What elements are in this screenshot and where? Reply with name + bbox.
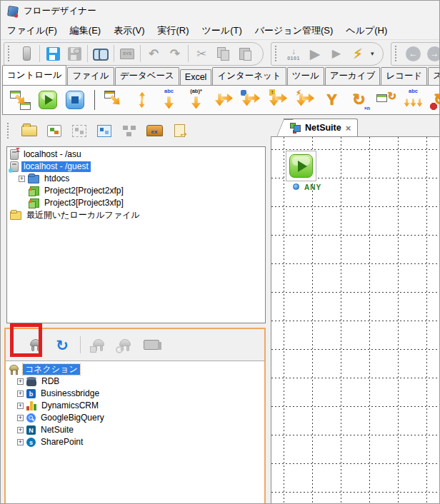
tree-row-project2[interactable]: Project2[Project2xfp] [7, 185, 265, 197]
string-operation-button[interactable]: abc [157, 88, 181, 112]
toolbar-grip[interactable] [8, 46, 11, 61]
relation-view-button[interactable] [119, 121, 139, 141]
tab-tools[interactable]: ツール [287, 67, 324, 85]
project-icon [29, 198, 39, 208]
tab-archive[interactable]: アーカイブ [325, 67, 381, 85]
tab-record[interactable]: レコード [381, 67, 427, 85]
window-title: フローデザイナー [24, 5, 96, 17]
quick-run-dropdown[interactable]: ▾ [371, 50, 374, 57]
new-connection-button[interactable] [26, 335, 46, 355]
save-button[interactable] [43, 44, 63, 64]
copy-button[interactable] [213, 44, 233, 64]
loop-button[interactable]: ↻×n [347, 88, 371, 112]
save-with-comment-button[interactable] [64, 44, 84, 64]
updown-button[interactable] [130, 88, 154, 112]
expand-toggle[interactable]: + [17, 427, 24, 433]
expand-toggle[interactable]: + [17, 403, 24, 409]
save-connection-button[interactable] [89, 335, 109, 355]
toolbar-grip[interactable] [7, 123, 11, 138]
binoculars-icon [93, 49, 109, 59]
tree-row-localhost-guest[interactable]: localhost - /guest [7, 161, 265, 173]
priority-branch-button[interactable]: ↑ [266, 88, 289, 112]
new-project-button[interactable] [44, 121, 64, 141]
tree-row-sharepoint[interactable]: + s SharePoint [6, 436, 264, 448]
component-branch-button[interactable] [239, 88, 262, 112]
examples-button[interactable]: ex [144, 121, 164, 141]
menu-version-control[interactable]: バージョン管理(S) [249, 21, 340, 40]
toolbar-grip[interactable] [395, 46, 399, 61]
start-node-port[interactable] [293, 183, 299, 190]
connection-panel: ↻ コネクション + RDB + b Businessbr [4, 328, 266, 504]
tab-internet[interactable]: インターネット [212, 67, 286, 85]
updown-icon [139, 92, 145, 108]
redo-button[interactable]: ↷ [165, 44, 185, 64]
tree-row-dynamicscrm[interactable]: + DynamicsCRM [6, 400, 264, 412]
import-flow-button[interactable] [94, 121, 114, 141]
mapper-button[interactable] [9, 88, 32, 112]
quick-run-button[interactable]: ⚡ [348, 44, 368, 64]
exception-branch-button[interactable]: ⚡ [293, 88, 316, 112]
tab-stream[interactable]: ストリーム [428, 67, 440, 85]
variable-mapper-button[interactable] [103, 88, 126, 112]
start-button[interactable] [36, 88, 59, 112]
start-node[interactable] [286, 151, 316, 181]
paste-flow-button[interactable] [69, 121, 89, 141]
menu-edit[interactable]: 編集(E) [64, 21, 107, 40]
menu-tools[interactable]: ツール(T) [196, 21, 249, 40]
toolbar-grip[interactable] [12, 337, 16, 353]
paste-button[interactable] [234, 44, 254, 64]
deploy-button[interactable]: ↓ 0101 [284, 44, 304, 64]
local-file-button[interactable] [169, 121, 189, 141]
tree-row-project3[interactable]: Project3[Project3xfp] [7, 197, 265, 209]
debug-run-button[interactable]: ▶ [326, 44, 346, 64]
expand-toggle[interactable]: + [17, 415, 24, 421]
toolbar-grip[interactable] [275, 46, 279, 61]
run-button[interactable]: ▶ [305, 44, 325, 64]
close-tab-icon[interactable]: × [346, 123, 351, 133]
flow-canvas[interactable]: ANY [271, 136, 440, 504]
break-loop-button[interactable]: ↻ [429, 88, 440, 112]
tree-row-businessbridge[interactable]: + b Businessbridge [6, 388, 264, 400]
flow-tab-netsuite[interactable]: NetSuite × [284, 119, 358, 136]
tree-row-localhost-asu[interactable]: localhost - /asu [7, 148, 265, 161]
table-loop-button[interactable]: ↻ [374, 88, 398, 112]
tree-row-connections-root[interactable]: コネクション [6, 363, 264, 376]
relation-view-icon [122, 125, 136, 137]
menu-view[interactable]: 表示(V) [107, 21, 151, 40]
cut-button[interactable]: ✂ [191, 44, 211, 64]
merge-button[interactable]: Y [320, 88, 344, 112]
expand-toggle[interactable]: + [17, 378, 24, 385]
tab-control[interactable]: コントロール [2, 65, 66, 85]
undo-button[interactable]: ↶ [144, 44, 164, 64]
tree-row-rdb[interactable]: + RDB [6, 376, 264, 388]
disable-connection-button[interactable] [115, 335, 135, 355]
regex-operation-button[interactable]: (ab)* [184, 88, 208, 112]
tab-database[interactable]: データベース [115, 67, 179, 85]
server-tree-panel: localhost - /asu localhost - /guest + ht… [6, 146, 266, 323]
menu-file[interactable]: ファイル(F) [1, 21, 64, 40]
tree-row-htdocs[interactable]: + htdocs [7, 173, 265, 185]
expand-toggle[interactable]: + [19, 176, 25, 182]
server-icon [23, 46, 31, 61]
menu-run[interactable]: 実行(R) [151, 21, 196, 40]
end-button[interactable] [63, 88, 86, 112]
preview-connection-button[interactable] [141, 335, 161, 355]
new-server-button[interactable] [16, 44, 36, 64]
refresh-connections-button[interactable]: ↻ [52, 335, 72, 355]
tab-file[interactable]: ファイル [67, 67, 114, 85]
tree-row-netsuite[interactable]: + N NetSuite [6, 424, 264, 436]
search-button[interactable] [91, 44, 111, 64]
import-flow-icon [97, 125, 111, 137]
tree-row-googlebigquery[interactable]: + GoogleBigQuery [6, 412, 264, 424]
expand-toggle[interactable]: + [17, 390, 24, 397]
system-box-button[interactable]: SYS [117, 44, 137, 64]
expand-toggle[interactable]: + [17, 439, 24, 445]
branch-button[interactable] [211, 88, 235, 112]
sort-button[interactable]: abc [401, 88, 425, 112]
tree-row-recent-local-files[interactable]: 最近開いたローカルファイル [7, 209, 265, 221]
back-button[interactable]: ← [404, 44, 424, 64]
tab-excel[interactable]: Excel [180, 69, 212, 85]
menu-help[interactable]: ヘルプ(H) [339, 21, 394, 40]
forward-button[interactable]: → [425, 44, 440, 64]
open-file-button[interactable] [19, 121, 39, 141]
